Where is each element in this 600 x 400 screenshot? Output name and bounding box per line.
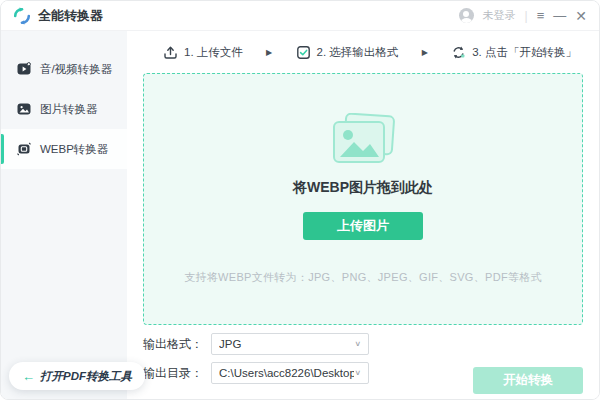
step-label: 2. 选择输出格式 bbox=[317, 45, 399, 60]
open-pdf-tool-button[interactable]: ← 打开PDF转换工具 bbox=[9, 362, 145, 390]
sidebar-item-label: 图片转换器 bbox=[40, 102, 98, 117]
titlebar-divider: | bbox=[525, 9, 528, 23]
webp-converter-icon bbox=[16, 141, 32, 157]
login-status-label[interactable]: 未登录 bbox=[483, 8, 516, 23]
output-dir-label: 输出目录： bbox=[143, 365, 203, 382]
chevron-down-icon: ∨ bbox=[354, 369, 361, 377]
checkbox-step-icon bbox=[296, 45, 311, 60]
step-label: 1. 上传文件 bbox=[184, 45, 243, 60]
dropzone-title: 将WEBP图片拖到此处 bbox=[293, 179, 433, 197]
close-icon[interactable]: ✕ bbox=[575, 9, 587, 23]
supported-formats-hint: 支持将WEBP文件转为：JPG、PNG、JPEG、GIF、SVG、PDF等格式 bbox=[184, 270, 542, 285]
back-arrow-icon: ← bbox=[22, 369, 35, 384]
start-convert-button[interactable]: 开始转换 bbox=[473, 367, 583, 394]
step-arrow-icon: ▶ bbox=[422, 48, 428, 57]
step-start-convert: 3. 点击「开始转换」 bbox=[451, 45, 577, 60]
step-label: 3. 点击「开始转换」 bbox=[472, 45, 577, 60]
chevron-down-icon: ∨ bbox=[354, 340, 361, 348]
app-window: 全能转换器 未登录 | ≡ — ✕ 音/视频转换器 bbox=[0, 0, 600, 400]
image-converter-icon bbox=[16, 101, 32, 117]
sidebar-item-audio-video-converter[interactable]: 音/视频转换器 bbox=[1, 49, 127, 89]
user-avatar[interactable] bbox=[459, 8, 474, 23]
step-select-format: 2. 选择输出格式 bbox=[296, 45, 399, 60]
main-panel: 1. 上传文件 ▶ 2. 选择输出格式 ▶ bbox=[127, 31, 599, 399]
output-format-label: 输出格式： bbox=[143, 336, 203, 353]
upload-step-icon bbox=[163, 45, 178, 60]
convert-step-icon bbox=[451, 45, 466, 60]
upload-image-button[interactable]: 上传图片 bbox=[303, 212, 423, 240]
step-arrow-icon: ▶ bbox=[266, 48, 272, 57]
output-settings: 输出格式： JPG ∨ 输出目录： C:\Users\acc8226\Deskt… bbox=[143, 333, 583, 399]
titlebar: 全能转换器 未登录 | ≡ — ✕ bbox=[1, 1, 599, 31]
minimize-icon[interactable]: — bbox=[553, 9, 566, 22]
output-dir-select[interactable]: C:\Users\acc8226\Desktop ∨ bbox=[211, 362, 369, 384]
webp-dropzone[interactable]: 将WEBP图片拖到此处 上传图片 支持将WEBP文件转为：JPG、PNG、JPE… bbox=[143, 73, 583, 325]
picture-placeholder-icon bbox=[329, 113, 397, 169]
output-format-value: JPG bbox=[219, 338, 354, 350]
sidebar: 音/视频转换器 图片转换器 WEBP转换器 bbox=[1, 31, 127, 399]
step-upload: 1. 上传文件 bbox=[163, 45, 243, 60]
app-title: 全能转换器 bbox=[38, 7, 103, 25]
output-dir-value: C:\Users\acc8226\Desktop bbox=[219, 367, 354, 379]
sidebar-item-image-converter[interactable]: 图片转换器 bbox=[1, 89, 127, 129]
sidebar-item-label: WEBP转换器 bbox=[40, 142, 108, 157]
app-logo-icon bbox=[13, 7, 31, 25]
menu-icon[interactable]: ≡ bbox=[537, 9, 545, 22]
pdf-tool-label: 打开PDF转换工具 bbox=[40, 369, 132, 384]
sidebar-item-label: 音/视频转换器 bbox=[40, 62, 112, 77]
sidebar-item-webp-converter[interactable]: WEBP转换器 bbox=[1, 129, 127, 169]
audio-video-icon bbox=[16, 61, 32, 77]
steps-bar: 1. 上传文件 ▶ 2. 选择输出格式 ▶ bbox=[127, 31, 599, 73]
output-format-select[interactable]: JPG ∨ bbox=[211, 333, 369, 355]
